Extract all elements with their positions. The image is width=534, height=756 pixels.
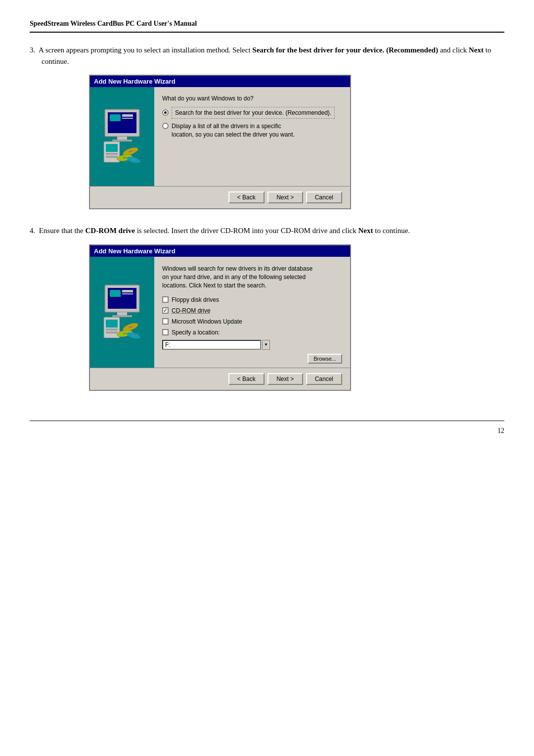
svg-rect-21: [122, 290, 133, 292]
svg-rect-11: [106, 156, 118, 158]
svg-rect-27: [107, 321, 117, 327]
svg-rect-2: [110, 114, 121, 121]
page-header: SpeedStream Wireless CardBus PC Card Use…: [30, 20, 504, 28]
step-4-text-before: Ensure that the: [39, 227, 86, 235]
svg-rect-5: [117, 137, 127, 140]
svg-rect-4: [122, 118, 133, 119]
svg-rect-20: [110, 290, 121, 297]
step-4-bold: CD-ROM drive: [85, 227, 134, 235]
step-3-text-before: A screen appears prompting you to select…: [39, 46, 252, 54]
computer-svg-1: [95, 104, 149, 169]
wizard-content-2: Windows will search for new drivers in i…: [154, 257, 350, 368]
wizard-option-1: Search for the best driver for your devi…: [162, 109, 342, 117]
option2-text: Display a list of all the drivers in a s…: [172, 122, 295, 139]
cancel-button-1[interactable]: Cancel: [306, 191, 342, 203]
checkbox-floppy-row: Floppy disk drives: [162, 296, 342, 303]
svg-rect-22: [122, 293, 133, 294]
page-number: 12: [30, 427, 504, 435]
checkbox-cdrom-label: CD-ROM drive: [172, 307, 211, 314]
svg-rect-3: [122, 114, 133, 117]
wizard-footer-2: < Back Next > Cancel: [90, 368, 350, 390]
wizard-titlebar-2: Add New Hardware Wizard: [90, 245, 350, 257]
location-dropdown-row: F: ▼: [162, 340, 342, 350]
wizard-titlebar-1: Add New Hardware Wizard: [90, 76, 350, 87]
checkbox-specify-row: Specify a location:: [162, 329, 342, 336]
wizard-body-1: What do you want Windows to do? Search f…: [90, 87, 350, 186]
wizard-image-2: [90, 257, 154, 368]
wizard-dialog-1: Add New Hardware Wizard: [89, 75, 351, 209]
step-3-bold: Search for the best driver for your devi…: [252, 46, 438, 54]
wizard-dialog-2: Add New Hardware Wizard: [89, 244, 351, 391]
manual-title: SpeedStream Wireless CardBus PC Card Use…: [30, 20, 197, 28]
radio-display[interactable]: [162, 123, 169, 129]
next-button-2[interactable]: Next >: [267, 373, 303, 385]
back-button-2[interactable]: < Back: [228, 373, 265, 385]
svg-rect-23: [117, 312, 127, 315]
location-input[interactable]: F:: [162, 340, 261, 350]
step-3-block: 3. A screen appears prompting you to sel…: [30, 45, 504, 209]
checkbox-cdrom-row: CD-ROM drive: [162, 307, 342, 314]
option1-box: Search for the best driver for your devi…: [172, 107, 335, 119]
computer-svg-2: [95, 280, 149, 344]
wizard-content-1: What do you want Windows to do? Search f…: [154, 87, 350, 186]
checkbox-winupdate-label: Microsoft Windows Update: [172, 318, 242, 325]
wizard-option-2: Display a list of all the drivers in a s…: [162, 122, 342, 139]
wizard-footer-1: < Back Next > Cancel: [90, 186, 350, 208]
step-3-text: 3. A screen appears prompting you to sel…: [30, 45, 504, 67]
footer-rule: [30, 421, 504, 421]
svg-rect-6: [112, 140, 132, 142]
checkbox-winupdate-row: Microsoft Windows Update: [162, 318, 342, 325]
wizard-title-2: Add New Hardware Wizard: [94, 247, 176, 255]
svg-rect-9: [107, 145, 117, 151]
wizard-image-1: [90, 87, 154, 186]
step-3-next: Next: [469, 46, 484, 54]
svg-rect-29: [106, 331, 118, 333]
wizard-title-1: Add New Hardware Wizard: [94, 78, 176, 85]
option1-text: Search for the best driver for your devi…: [172, 109, 335, 117]
step-3-number: 3.: [30, 46, 35, 54]
checkbox-specify[interactable]: [162, 329, 169, 335]
step-3-text-after: and click: [438, 46, 469, 54]
step-4-next: Next: [358, 227, 373, 235]
checkbox-specify-label: Specify a location:: [172, 329, 220, 336]
svg-rect-24: [112, 315, 132, 317]
wizard-body-2: Windows will search for new drivers in i…: [90, 257, 350, 368]
step-4-text-end: to continue.: [373, 227, 410, 235]
step-4-block: 4. Ensure that the CD-ROM drive is selec…: [30, 225, 504, 391]
svg-rect-28: [106, 329, 118, 331]
browse-button[interactable]: Browse...: [308, 354, 342, 364]
cancel-button-2[interactable]: Cancel: [306, 373, 342, 385]
checkbox-cdrom[interactable]: [162, 307, 169, 314]
step-4-number: 4.: [30, 227, 35, 235]
dropdown-arrow[interactable]: ▼: [262, 340, 270, 350]
step-4-text-middle: is selected. Insert the driver CD-ROM in…: [135, 227, 358, 235]
checkbox-floppy[interactable]: [162, 296, 169, 303]
radio-search[interactable]: [162, 109, 169, 116]
header-rule: [30, 32, 504, 33]
svg-rect-10: [106, 153, 118, 155]
step-4-text: 4. Ensure that the CD-ROM drive is selec…: [30, 225, 504, 236]
wizard-question-1: What do you want Windows to do?: [162, 95, 342, 102]
next-button-1[interactable]: Next >: [267, 191, 303, 203]
checkbox-winupdate[interactable]: [162, 318, 169, 325]
back-button-1[interactable]: < Back: [228, 191, 265, 203]
checkbox-floppy-label: Floppy disk drives: [172, 296, 219, 303]
wizard-desc-2: Windows will search for new drivers in i…: [162, 265, 342, 290]
